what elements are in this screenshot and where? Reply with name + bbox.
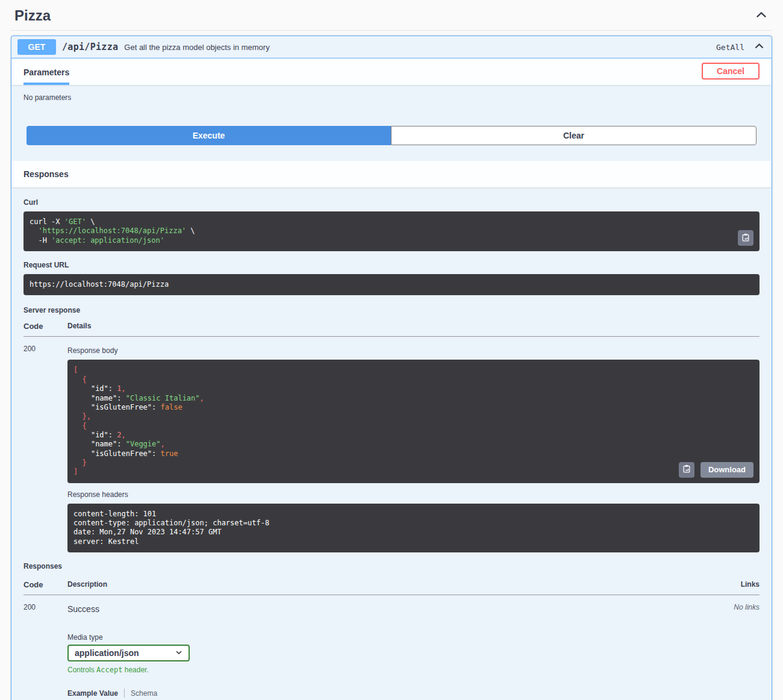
tab-schema[interactable]: Schema: [131, 689, 157, 698]
page-title: Pizza: [14, 7, 51, 24]
copy-response-button[interactable]: [679, 462, 694, 478]
clipboard-copy-icon: [682, 464, 691, 475]
collapse-operation-button[interactable]: [753, 40, 766, 54]
responses-section-header: Responses: [11, 161, 772, 187]
operation-id: GetAll: [716, 43, 744, 52]
media-type-label: Media type: [67, 633, 760, 642]
execute-button[interactable]: Execute: [27, 126, 391, 145]
response-headers-label: Response headers: [67, 490, 760, 499]
no-parameters-text: No parameters: [23, 93, 760, 102]
download-button[interactable]: Download: [700, 462, 753, 478]
curl-label: Curl: [23, 198, 760, 207]
chevron-up-icon: [755, 14, 767, 23]
operation-block-get: GET /api/Pizza Get all the pizza model o…: [11, 36, 772, 700]
live-response-row: 200 Response body [ { "id": 1, "name": "…: [23, 337, 760, 552]
operation-summary[interactable]: GET /api/Pizza Get all the pizza model o…: [11, 36, 772, 58]
chevron-down-icon: [175, 648, 182, 658]
controls-accept-note: Controls Accept header.: [67, 666, 760, 674]
responses-section-title: Responses: [23, 169, 69, 179]
server-response-label: Server response: [23, 306, 760, 314]
doc-description-column-header: Description: [67, 580, 107, 589]
endpoint-path[interactable]: /api/Pizza: [62, 42, 118, 52]
copy-curl-button[interactable]: [738, 230, 753, 246]
http-method-badge: GET: [17, 39, 56, 55]
tab-parameters-label: Parameters: [23, 67, 69, 77]
live-code-column-header: Code: [23, 322, 67, 331]
response-body-code: [ { "id": 1, "name": "Classic Italian", …: [67, 360, 760, 483]
parameters-header: Parameters Cancel: [11, 58, 772, 85]
request-url-value: https://localhost:7048/api/Pizza: [23, 274, 760, 295]
media-type-select[interactable]: application/json: [67, 645, 190, 661]
tag-header: Pizza: [11, 0, 772, 31]
response-headers-code: content-length: 101content-type: applica…: [67, 504, 760, 552]
execute-button-group: Execute Clear: [27, 126, 756, 145]
doc-code-column-header: Code: [23, 580, 67, 589]
cancel-button[interactable]: Cancel: [702, 63, 760, 80]
response-body-label: Response body: [67, 346, 760, 355]
curl-command: curl -X 'GET' \ 'https://localhost:7048/…: [23, 211, 760, 251]
collapse-tag-button[interactable]: [754, 8, 769, 24]
doc-status-code: 200: [23, 603, 67, 700]
media-type-value: application/json: [75, 648, 139, 658]
no-links-text: No links: [734, 603, 760, 611]
doc-response-row: 200 Success Media type application/json …: [23, 595, 760, 700]
doc-responses-title: Responses: [23, 562, 760, 570]
live-responses-table: Code Details 200 Response body [ { "id":…: [23, 322, 760, 552]
doc-links-column-header: Links: [741, 580, 760, 589]
documented-responses: Responses Code Description Links 200 Suc…: [23, 562, 760, 700]
tab-parameters[interactable]: Parameters: [23, 67, 69, 85]
live-details-column-header: Details: [67, 322, 91, 331]
clear-button[interactable]: Clear: [391, 126, 756, 145]
chevron-up-icon: [754, 44, 764, 53]
live-status-code: 200: [23, 345, 67, 552]
request-url-label: Request URL: [23, 261, 760, 269]
tab-divider: [124, 689, 125, 698]
clipboard-copy-icon: [741, 233, 750, 243]
endpoint-summary: Get all the pizza model objects in memor…: [124, 43, 269, 52]
response-description: Success: [67, 603, 760, 614]
tab-example-value[interactable]: Example Value: [67, 689, 118, 698]
